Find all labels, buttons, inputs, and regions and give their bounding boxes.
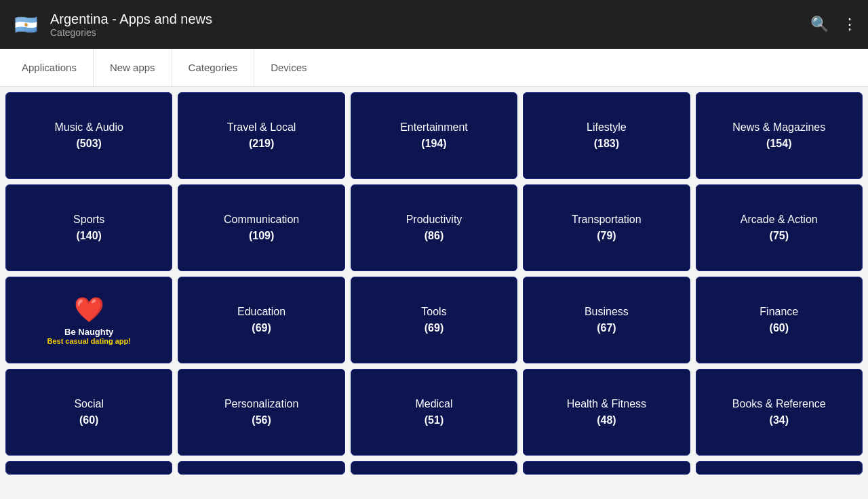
category-card-social[interactable]: Social (60) xyxy=(5,369,172,456)
category-card-tools[interactable]: Tools (69) xyxy=(351,277,517,363)
navbar: Applications New apps Categories Devices xyxy=(0,49,868,87)
category-count: (154) xyxy=(766,138,791,150)
category-name: Arcade & Action xyxy=(741,214,818,226)
category-card-entertainment[interactable]: Entertainment (194) xyxy=(351,92,517,179)
category-count: (140) xyxy=(77,230,102,242)
nav-item-devices[interactable]: Devices xyxy=(254,49,323,86)
category-count: (51) xyxy=(425,414,443,426)
category-card-books-reference[interactable]: Books & Reference (34) xyxy=(696,369,863,456)
nav-item-applications[interactable]: Applications xyxy=(5,49,94,86)
category-name: Medical xyxy=(415,398,452,410)
category-card-sports[interactable]: Sports (140) xyxy=(5,184,172,271)
more-options-icon[interactable]: ⋮ xyxy=(842,16,857,33)
nav-item-new-apps[interactable]: New apps xyxy=(94,49,172,86)
category-name: Books & Reference xyxy=(732,398,826,410)
category-name: Finance xyxy=(760,306,798,318)
app-title: Argentina - Apps and news xyxy=(50,12,212,27)
category-name: Lifestyle xyxy=(587,121,627,134)
category-card-education[interactable]: Education (69) xyxy=(178,277,344,363)
header-title-block: Argentina - Apps and news Categories xyxy=(50,12,212,38)
category-count: (60) xyxy=(770,322,789,334)
category-name: News & Magazines xyxy=(732,121,825,134)
category-count: (86) xyxy=(425,230,443,242)
category-count: (109) xyxy=(249,230,274,242)
header-right: 🔍 ⋮ xyxy=(810,16,857,33)
search-icon[interactable]: 🔍 xyxy=(810,16,829,33)
category-count: (60) xyxy=(79,414,98,426)
category-name: Transportation xyxy=(572,214,642,226)
partial-card-3 xyxy=(351,461,517,475)
category-count: (69) xyxy=(425,322,443,334)
partial-card-2 xyxy=(178,461,344,475)
category-count: (183) xyxy=(594,138,619,150)
ad-card[interactable]: ❤️ Be Naughty Best casual dating app! xyxy=(5,277,172,363)
category-name: Sports xyxy=(73,214,104,226)
partial-row xyxy=(0,461,868,480)
category-count: (48) xyxy=(597,414,616,426)
category-name: Communication xyxy=(224,214,299,226)
category-count: (503) xyxy=(77,138,102,150)
category-card-transportation[interactable]: Transportation (79) xyxy=(523,184,690,271)
category-name: Health & Fitness xyxy=(567,398,646,410)
category-name: Personalization xyxy=(224,398,298,410)
partial-card-1 xyxy=(5,461,172,475)
header-left: 🇦🇷 Argentina - Apps and news Categories xyxy=(11,9,212,39)
category-name: Productivity xyxy=(406,214,462,226)
nav-item-categories[interactable]: Categories xyxy=(172,49,255,86)
category-card-productivity[interactable]: Productivity (86) xyxy=(351,184,517,271)
category-card-communication[interactable]: Communication (109) xyxy=(178,184,344,271)
header: 🇦🇷 Argentina - Apps and news Categories … xyxy=(0,0,868,49)
category-name: Business xyxy=(585,306,629,318)
category-count: (75) xyxy=(770,230,789,242)
flag-icon: 🇦🇷 xyxy=(11,9,41,39)
ad-title: Be Naughty xyxy=(64,327,113,337)
category-card-business[interactable]: Business (67) xyxy=(523,277,690,363)
category-card-lifestyle[interactable]: Lifestyle (183) xyxy=(523,92,690,179)
category-card-health-fitness[interactable]: Health & Fitness (48) xyxy=(523,369,690,456)
category-card-arcade-action[interactable]: Arcade & Action (75) xyxy=(696,184,863,271)
category-card-finance[interactable]: Finance (60) xyxy=(696,277,863,363)
category-name: Entertainment xyxy=(400,121,468,134)
category-name: Tools xyxy=(421,306,446,318)
category-count: (69) xyxy=(252,322,271,334)
category-count: (56) xyxy=(252,414,271,426)
category-card-news-magazines[interactable]: News & Magazines (154) xyxy=(696,92,863,179)
category-count: (67) xyxy=(597,322,616,334)
category-grid: Music & Audio (503) Travel & Local (219)… xyxy=(0,87,868,461)
partial-card-5 xyxy=(696,461,863,475)
category-name: Education xyxy=(237,306,285,318)
category-card-medical[interactable]: Medical (51) xyxy=(351,369,517,456)
category-card-personalization[interactable]: Personalization (56) xyxy=(178,369,344,456)
category-card-music-audio[interactable]: Music & Audio (503) xyxy=(5,92,172,179)
ad-icon: ❤️ xyxy=(74,296,104,324)
category-name: Social xyxy=(74,398,104,410)
category-count: (79) xyxy=(597,230,616,242)
ad-subtitle: Best casual dating app! xyxy=(47,337,130,345)
category-card-travel-local[interactable]: Travel & Local (219) xyxy=(178,92,344,179)
category-count: (219) xyxy=(249,138,274,150)
category-name: Travel & Local xyxy=(227,121,296,134)
category-count: (34) xyxy=(770,414,789,426)
category-name: Music & Audio xyxy=(55,121,123,134)
app-subtitle: Categories xyxy=(50,27,212,38)
category-count: (194) xyxy=(421,138,446,150)
partial-card-4 xyxy=(523,461,690,475)
